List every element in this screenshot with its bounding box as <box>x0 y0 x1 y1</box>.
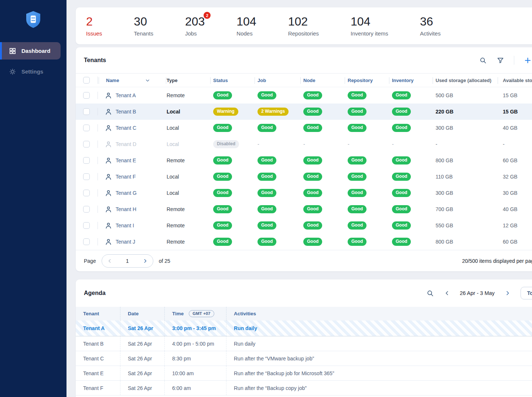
row-checkbox[interactable] <box>83 157 90 164</box>
pagination-left: Page 1 of 25 <box>84 254 170 268</box>
tenant-available-storage: 12 GB <box>498 223 532 228</box>
tenant-type: Remote <box>166 157 210 163</box>
status-badge: Disabled <box>213 140 239 148</box>
stat-label: Tenants <box>134 30 153 37</box>
agenda-tenant: Tenant E <box>76 366 120 380</box>
agenda-row[interactable]: Tenant F Sat 26 Apr 6:00 am Run after th… <box>76 381 532 396</box>
next-page-button[interactable] <box>142 258 148 264</box>
tenants-table-header: Name Type Status Job Node Repository Inv… <box>76 73 532 87</box>
tenant-job-cell: Good <box>255 173 300 180</box>
status-badge: Good <box>348 205 366 213</box>
agenda-row[interactable]: Tenant C Sat 26 Apr 8:30 pm Run after th… <box>76 351 532 366</box>
agenda-activity: Run after the “Backup job for Microsoft … <box>226 366 532 380</box>
row-checkbox[interactable] <box>83 92 90 99</box>
sidebar: Dashboard Settings <box>0 0 66 397</box>
dashboard-grid-icon <box>9 47 16 55</box>
tenant-status-cell: Good <box>210 189 255 197</box>
status-badge: Good <box>303 238 322 245</box>
row-checkbox[interactable] <box>83 238 90 245</box>
tenant-repository-cell: Good <box>345 189 389 197</box>
app-logo <box>0 10 66 29</box>
tenant-inventory-cell: - <box>389 141 433 147</box>
tenant-name-link[interactable]: Tenant H <box>116 206 136 212</box>
row-checkbox[interactable] <box>83 173 90 180</box>
sidebar-item-dashboard[interactable]: Dashboard <box>0 42 61 60</box>
page-label: Page <box>84 258 96 264</box>
stat-activites[interactable]: 36 Activites <box>420 15 441 36</box>
agenda-row[interactable]: Tenant B Sat 26 Apr 4:00 pm - 5:00 pm Ru… <box>76 336 532 351</box>
tenant-name-link[interactable]: Tenant J <box>116 239 135 245</box>
stat-label: Nodes <box>236 30 256 37</box>
prev-page-button[interactable] <box>107 258 113 264</box>
row-checkbox[interactable] <box>83 222 90 229</box>
row-checkbox[interactable] <box>83 125 90 131</box>
stat-label: Activites <box>420 30 441 37</box>
today-button[interactable]: Today <box>521 287 532 299</box>
status-badge: Good <box>258 124 276 132</box>
tenant-name-link[interactable]: Tenant E <box>116 157 136 163</box>
agenda-header: Agenda 26 Apr - 3 May Today <box>76 279 532 307</box>
select-all-checkbox[interactable] <box>83 77 90 84</box>
tenant-type: Local <box>166 109 210 115</box>
agenda-date: Sat 26 Apr <box>120 320 164 336</box>
column-header-name: Name <box>99 74 166 87</box>
row-checkbox[interactable] <box>83 206 90 213</box>
tenant-job-cell: Good <box>255 124 300 132</box>
divider <box>98 77 98 84</box>
search-icon[interactable] <box>426 289 434 297</box>
tenant-type: Local <box>166 141 210 147</box>
tenant-name-link[interactable]: Tenant I <box>116 223 134 228</box>
user-icon <box>105 108 112 116</box>
column-header-available-storage: Available storage <box>498 74 532 87</box>
divider <box>98 206 98 213</box>
stat-issues[interactable]: 2 Issues <box>86 15 102 36</box>
stats-bar: 2 Issues 30 Tenants 2032 Jobs 104 Nodes … <box>76 7 532 44</box>
status-badge: Good <box>348 189 366 197</box>
agenda-controls: 26 Apr - 3 May Today <box>426 287 532 299</box>
tenant-repository-cell: Good <box>345 108 389 115</box>
tenant-name-link[interactable]: Tenant G <box>116 190 137 196</box>
tenant-job-cell: Good <box>255 156 300 164</box>
tenant-available-storage: 15 GB <box>498 92 532 98</box>
filter-icon[interactable] <box>497 57 504 64</box>
stat-label: Issues <box>86 30 102 37</box>
items-per-page-label: 20/500 items displayed per page <box>462 258 532 264</box>
empty-value: - <box>392 141 394 147</box>
stat-inventory-items[interactable]: 104 Inventory items <box>351 15 388 36</box>
agenda-row[interactable]: Tenant E Sat 26 Apr 10:00 am Run after t… <box>76 366 532 381</box>
sidebar-item-settings[interactable]: Settings <box>0 63 61 80</box>
search-icon[interactable] <box>479 57 487 64</box>
stat-value: 36 <box>420 15 433 28</box>
stat-jobs[interactable]: 2032 Jobs <box>185 15 205 36</box>
prev-week-button[interactable] <box>444 290 450 296</box>
stat-tenants[interactable]: 30 Tenants <box>134 15 153 36</box>
status-badge: Good <box>213 238 232 245</box>
row-checkbox[interactable] <box>83 190 90 196</box>
row-checkbox[interactable] <box>83 141 90 147</box>
tenants-title: Tenants <box>84 57 106 64</box>
tenant-name-link[interactable]: Tenant C <box>116 125 136 131</box>
tenant-job-cell: Good <box>255 221 300 229</box>
status-badge: Good <box>392 124 411 132</box>
status-badge: Good <box>303 91 322 99</box>
stat-nodes[interactable]: 104 Nodes <box>236 15 256 36</box>
row-checkbox[interactable] <box>83 108 90 115</box>
tenant-name-link[interactable]: Tenant D <box>116 141 136 147</box>
user-icon <box>105 92 112 99</box>
tenant-status-cell: Good <box>210 173 255 180</box>
tenant-name-link[interactable]: Tenant B <box>116 109 136 115</box>
status-badge: Good <box>303 205 322 213</box>
next-week-button[interactable] <box>504 290 511 296</box>
tenant-name-link[interactable]: Tenant F <box>116 174 136 180</box>
sidebar-item-label: Dashboard <box>21 48 50 54</box>
stat-repositories[interactable]: 102 Repositories <box>288 15 319 36</box>
agenda-row[interactable]: Tenant A Sat 26 Apr 3:00 pm - 3:45 pm Ru… <box>76 320 532 336</box>
column-header-repository: Repository <box>345 74 389 87</box>
tenant-type: Remote <box>166 239 210 245</box>
agenda-date: Sat 26 Apr <box>120 381 164 395</box>
sort-chevron-down-icon[interactable] <box>145 78 150 83</box>
add-tenant-button[interactable] <box>524 57 532 64</box>
agenda-table-body: Tenant A Sat 26 Apr 3:00 pm - 3:45 pm Ru… <box>76 320 532 396</box>
tenant-name-link[interactable]: Tenant A <box>116 92 136 98</box>
user-icon <box>105 157 112 164</box>
